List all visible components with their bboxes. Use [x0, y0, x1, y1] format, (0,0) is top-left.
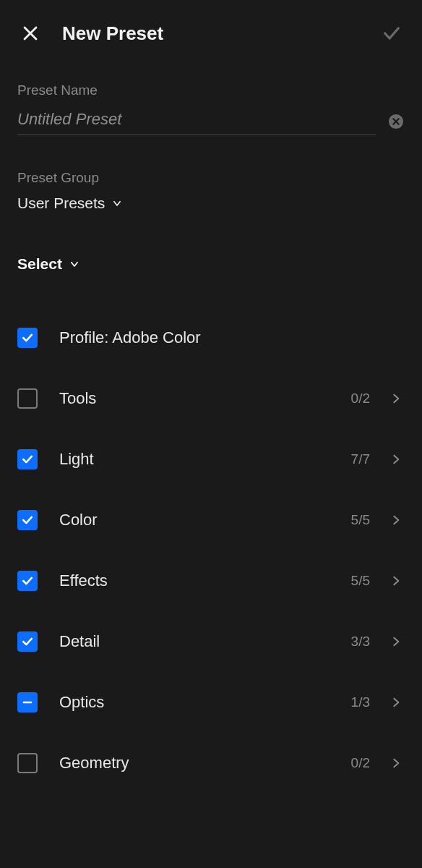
preset-name-row [17, 107, 405, 135]
close-icon [22, 25, 39, 42]
checkmark-icon [382, 23, 402, 43]
select-section: Select [0, 255, 422, 273]
option-label: Color [59, 511, 351, 529]
option-count: 5/5 [351, 573, 370, 589]
option-checkbox[interactable] [17, 692, 38, 712]
options-list: Profile: Adobe ColorTools0/2Light7/7Colo… [0, 307, 422, 793]
expand-button[interactable] [387, 754, 405, 772]
option-label: Light [59, 450, 351, 469]
expand-button[interactable] [387, 511, 405, 529]
preset-name-label: Preset Name [17, 82, 405, 98]
chevron-right-icon [390, 757, 402, 769]
option-count: 0/2 [351, 391, 370, 407]
option-checkbox[interactable] [17, 328, 38, 348]
option-count: 5/5 [351, 512, 370, 528]
page-title: New Preset [62, 22, 379, 45]
option-label: Optics [59, 693, 351, 712]
option-count: 3/3 [351, 634, 370, 650]
clear-name-button[interactable] [387, 113, 405, 130]
preset-group-label: Preset Group [17, 170, 405, 186]
option-count: 0/2 [351, 755, 370, 771]
chevron-down-icon [112, 198, 122, 208]
chevron-right-icon [390, 697, 402, 708]
preset-name-input[interactable] [17, 107, 376, 135]
preset-group-value: User Presets [17, 195, 105, 212]
confirm-button[interactable] [379, 20, 405, 46]
select-dropdown[interactable]: Select [17, 255, 405, 273]
option-row: Detail3/3 [17, 611, 405, 672]
header: New Preset [0, 0, 422, 61]
option-checkbox[interactable] [17, 571, 38, 591]
option-label: Profile: Adobe Color [59, 328, 405, 347]
option-row: Light7/7 [17, 429, 405, 490]
clear-icon [388, 114, 404, 129]
option-row: Tools0/2 [17, 368, 405, 429]
option-count: 7/7 [351, 451, 370, 467]
option-row: Optics1/3 [17, 672, 405, 733]
option-row: Color5/5 [17, 490, 405, 550]
preset-group-section: Preset Group User Presets [0, 170, 422, 212]
checkmark-icon [20, 513, 35, 527]
option-count: 1/3 [351, 694, 370, 710]
option-row: Geometry0/2 [17, 733, 405, 793]
chevron-right-icon [390, 454, 402, 465]
close-button[interactable] [17, 20, 43, 46]
checkmark-icon [20, 331, 35, 345]
option-label: Effects [59, 571, 351, 590]
checkmark-icon [20, 574, 35, 588]
chevron-right-icon [390, 575, 402, 587]
chevron-down-icon [69, 259, 79, 269]
option-label: Tools [59, 389, 351, 408]
option-checkbox[interactable] [17, 631, 38, 652]
preset-group-dropdown[interactable]: User Presets [17, 195, 405, 212]
option-row: Profile: Adobe Color [17, 307, 405, 368]
expand-button[interactable] [387, 572, 405, 590]
expand-button[interactable] [387, 451, 405, 468]
option-checkbox[interactable] [17, 449, 38, 469]
option-checkbox[interactable] [17, 753, 38, 773]
option-checkbox[interactable] [17, 388, 38, 409]
checkmark-icon [20, 452, 35, 467]
chevron-right-icon [390, 514, 402, 526]
expand-button[interactable] [387, 694, 405, 711]
expand-button[interactable] [387, 390, 405, 407]
minus-icon [20, 695, 35, 710]
option-label: Detail [59, 632, 351, 651]
chevron-right-icon [390, 393, 402, 404]
chevron-right-icon [390, 636, 402, 647]
select-label: Select [17, 255, 62, 273]
checkmark-icon [20, 634, 35, 649]
expand-button[interactable] [387, 633, 405, 650]
preset-name-section: Preset Name [0, 82, 422, 135]
option-label: Geometry [59, 754, 351, 773]
option-checkbox[interactable] [17, 510, 38, 530]
option-row: Effects5/5 [17, 550, 405, 611]
